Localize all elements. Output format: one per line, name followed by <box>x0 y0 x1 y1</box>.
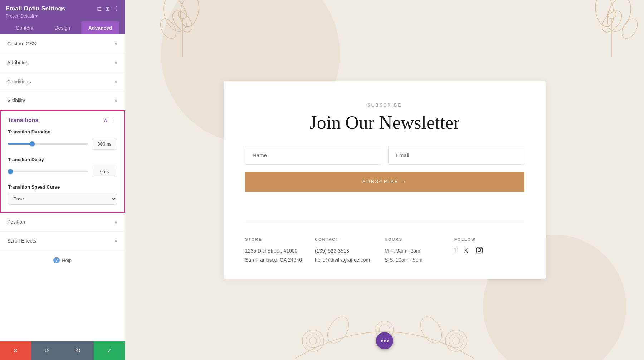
name-input[interactable] <box>245 146 381 165</box>
section-attributes-label: Attributes <box>7 60 28 65</box>
svg-point-19 <box>449 334 463 348</box>
chevron-down-icon: ∨ <box>114 238 118 244</box>
transitions-header-icons: ∧ ⋮ <box>103 117 117 123</box>
footer-hours-title: HOURS <box>385 237 454 242</box>
footer-hours-text: M-F: 9am - 6pm S-S: 10am - 5pm <box>385 247 454 264</box>
bottom-bar: ✕ ↺ ↻ ✓ <box>0 341 125 360</box>
transitions-header: Transitions ∧ ⋮ <box>1 111 124 128</box>
card-footer: STORE 1235 Divi Street, #1000 San Franci… <box>245 223 524 279</box>
duration-value-box[interactable]: 300ms <box>92 138 117 150</box>
fab-dot-3 <box>387 340 389 342</box>
section-conditions[interactable]: Conditions ∨ <box>0 72 125 91</box>
chevron-down-icon: ∨ <box>114 41 118 47</box>
save-button[interactable]: ✓ <box>94 341 125 360</box>
fab[interactable] <box>376 332 393 349</box>
cancel-button[interactable]: ✕ <box>0 341 31 360</box>
duration-slider-thumb[interactable] <box>30 141 35 146</box>
svg-point-7 <box>593 0 616 28</box>
footer-hours: HOURS M-F: 9am - 6pm S-S: 10am - 5pm <box>385 237 454 264</box>
svg-point-18 <box>445 330 467 351</box>
footer-contact: CONTACT (135) 523-3513 hello@divifragran… <box>315 237 385 264</box>
social-icons: f 𝕏 <box>454 247 524 256</box>
chevron-down-icon: ∨ <box>114 79 118 84</box>
facebook-icon[interactable]: f <box>454 247 456 256</box>
chevron-down-icon: ∨ <box>114 60 118 65</box>
redo-button[interactable]: ↻ <box>63 341 94 360</box>
tab-advanced[interactable]: Advanced <box>81 21 119 34</box>
duration-slider-fill <box>8 143 32 145</box>
section-scroll-effects[interactable]: Scroll Effects ∨ <box>0 232 125 250</box>
svg-point-9 <box>608 10 616 19</box>
chevron-down-icon: ∨ <box>114 219 118 225</box>
section-custom-css[interactable]: Custom CSS ∨ <box>0 34 125 53</box>
email-input[interactable] <box>388 146 524 165</box>
preview-panel: SUBSCRIBE Join Our Newsletter SUBSCRIBE … <box>125 0 644 360</box>
panel-content: Custom CSS ∨ Attributes ∨ Conditions ∨ V… <box>0 34 125 341</box>
footer-store: STORE 1235 Divi Street, #1000 San Franci… <box>245 237 315 264</box>
section-visibility-label: Visibility <box>7 98 25 103</box>
tab-content[interactable]: Content <box>6 21 44 34</box>
svg-point-17 <box>309 337 317 344</box>
section-attributes[interactable]: Attributes ∨ <box>0 53 125 72</box>
duration-slider-track <box>8 143 88 145</box>
transitions-more-icon[interactable]: ⋮ <box>111 117 117 123</box>
transitions-body: Transition Duration 300ms Transition Del… <box>1 128 124 212</box>
card-top: SUBSCRIBE Join Our Newsletter SUBSCRIBE … <box>245 103 524 210</box>
transitions-section: Transitions ∧ ⋮ Transition Duration <box>0 110 125 213</box>
floral-top-right <box>565 0 644 66</box>
duration-label: Transition Duration <box>8 129 117 135</box>
svg-point-16 <box>306 334 320 348</box>
svg-point-2 <box>169 7 196 35</box>
delay-slider-track <box>8 171 88 172</box>
preset-label[interactable]: Preset: Default ▾ <box>6 14 119 19</box>
section-position-label: Position <box>7 219 25 225</box>
svg-point-22 <box>416 313 446 347</box>
fab-dot-1 <box>381 340 383 342</box>
layout-icon[interactable]: ⊞ <box>105 5 110 12</box>
footer-contact-title: CONTACT <box>315 237 385 242</box>
section-visibility[interactable]: Visibility ∨ <box>0 91 125 110</box>
settings-icon[interactable]: ⊡ <box>97 5 102 12</box>
svg-point-5 <box>157 16 179 41</box>
delay-slider-thumb[interactable] <box>8 169 13 174</box>
footer-follow: FOLLOW f 𝕏 <box>454 237 524 264</box>
delay-field-row: 0ms <box>8 166 117 177</box>
delay-value-box[interactable]: 0ms <box>92 166 117 177</box>
footer-store-text: 1235 Divi Street, #1000 San Francisco, C… <box>245 247 315 264</box>
section-conditions-label: Conditions <box>7 79 31 84</box>
footer-store-title: STORE <box>245 237 315 242</box>
svg-point-21 <box>323 313 353 347</box>
duration-slider-container[interactable] <box>8 140 88 147</box>
delay-slider-container[interactable] <box>8 168 88 175</box>
help-text: Help <box>62 258 72 263</box>
subscribe-button[interactable]: SUBSCRIBE → <box>245 172 524 192</box>
undo-button[interactable]: ↺ <box>31 341 62 360</box>
panel-header-icons: ⊡ ⊞ ⋮ <box>97 5 119 12</box>
instagram-icon[interactable] <box>476 247 483 256</box>
section-custom-css-label: Custom CSS <box>7 41 36 47</box>
svg-point-13 <box>478 249 481 252</box>
section-position[interactable]: Position ∨ <box>0 213 125 232</box>
chevron-up-icon[interactable]: ∧ <box>103 117 108 123</box>
svg-point-20 <box>453 337 460 344</box>
fab-dots <box>381 340 389 342</box>
footer-follow-title: FOLLOW <box>454 237 524 242</box>
help-icon: ? <box>53 257 60 263</box>
svg-point-1 <box>178 0 201 28</box>
svg-point-3 <box>178 10 187 19</box>
subscribe-label: SUBSCRIBE <box>245 103 524 108</box>
twitter-icon[interactable]: 𝕏 <box>463 247 469 256</box>
speed-curve-select[interactable]: Ease Linear Ease In Ease Out Ease In Out <box>8 193 117 205</box>
speed-curve-container: Transition Speed Curve Ease Linear Ease … <box>8 184 117 205</box>
more-icon[interactable]: ⋮ <box>113 5 119 12</box>
panel-header: Email Optin Settings ⊡ ⊞ ⋮ Preset: Defau… <box>0 0 125 34</box>
svg-rect-12 <box>477 247 483 253</box>
speed-curve-label: Transition Speed Curve <box>8 184 117 190</box>
fab-dot-2 <box>384 340 386 342</box>
help-row[interactable]: ? Help <box>0 250 125 270</box>
duration-field-row: 300ms <box>8 138 117 150</box>
svg-point-15 <box>302 330 324 351</box>
svg-point-6 <box>603 0 635 35</box>
tab-design[interactable]: Design <box>44 21 82 34</box>
svg-point-0 <box>159 0 192 35</box>
